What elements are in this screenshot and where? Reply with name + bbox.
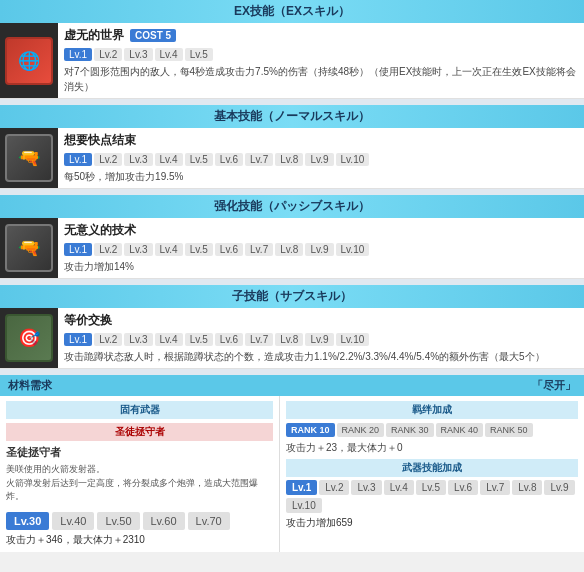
sub-skill-header: 子技能（サブスキル） [0,285,584,308]
sub-skill-name: 等价交换 [64,312,112,329]
ws-lv-2[interactable]: Lv.2 [319,480,349,495]
sub-skill-tab-lv8[interactable]: Lv.8 [275,333,303,346]
sub-skill-tab-lv10[interactable]: Lv.10 [336,333,370,346]
ex-skill-tab-lv1[interactable]: Lv.1 [64,48,92,61]
passive-skill-tab-lv5[interactable]: Lv.5 [185,243,213,256]
weapon-desc-2: 火箭弹发射后达到一定高度，将分裂成多个炮弹，造成大范围爆炸。 [6,477,273,504]
ex-skill-description: 对7个圆形范围内的敌人，每4秒造成攻击力7.5%的伤害（持续48秒）（使用EX技… [64,64,578,94]
sub-skill-tab-lv1[interactable]: Lv.1 [64,333,92,346]
passive-skill-tab-lv6[interactable]: Lv.6 [215,243,243,256]
ws-lv-4[interactable]: Lv.4 [384,480,414,495]
passive-skill-tab-lv3[interactable]: Lv.3 [124,243,152,256]
ex-skill-image: 🌐 [5,37,53,85]
sub-skill-tab-lv5[interactable]: Lv.5 [185,333,213,346]
ws-lv-9[interactable]: Lv.9 [544,480,574,495]
sub-skill-tab-lv2[interactable]: Lv.2 [94,333,122,346]
weapon-header: 固有武器 [6,401,273,419]
weapon-lv-60[interactable]: Lv.60 [143,512,185,530]
passive-skill-tab-lv10[interactable]: Lv.10 [336,243,370,256]
weapon-lv-stats: 攻击力＋346，最大体力＋2310 [6,533,273,547]
sub-skill-level-tabs[interactable]: Lv.1 Lv.2 Lv.3 Lv.4 Lv.5 Lv.6 Lv.7 Lv.8 … [64,333,578,346]
passive-skill-content: 无意义的技术 Lv.1 Lv.2 Lv.3 Lv.4 Lv.5 Lv.6 Lv.… [58,218,584,278]
weapon-lv-tabs[interactable]: Lv.30 Lv.40 Lv.50 Lv.60 Lv.70 [6,512,273,530]
passive-skill-image: 🔫 [5,224,53,272]
ex-skill-tab-lv5[interactable]: Lv.5 [185,48,213,61]
passive-skill-name: 无意义的技术 [64,222,136,239]
sub-skill-tab-lv3[interactable]: Lv.3 [124,333,152,346]
weapon-skill-section: 武器技能加成 Lv.1 Lv.2 Lv.3 Lv.4 Lv.5 Lv.6 Lv.… [286,459,578,530]
sub-skill-content: 等价交换 Lv.1 Lv.2 Lv.3 Lv.4 Lv.5 Lv.6 Lv.7 … [58,308,584,368]
normal-skill-tab-lv9[interactable]: Lv.9 [305,153,333,166]
ex-skill-tab-lv4[interactable]: Lv.4 [155,48,183,61]
rank-tab-10[interactable]: RANK 10 [286,423,335,437]
passive-skill-section: 强化技能（パッシブスキル） 🔫 无意义的技术 Lv.1 Lv.2 Lv.3 Lv… [0,195,584,279]
weapon-skill-lv-tabs[interactable]: Lv.1 Lv.2 Lv.3 Lv.4 Lv.5 Lv.6 Lv.7 Lv.8 … [286,480,578,495]
passive-skill-level-tabs[interactable]: Lv.1 Lv.2 Lv.3 Lv.4 Lv.5 Lv.6 Lv.7 Lv.8 … [64,243,578,256]
ws-lv-1[interactable]: Lv.1 [286,480,317,495]
ex-skill-icon: 🌐 [0,23,58,98]
sub-skill-tab-lv6[interactable]: Lv.6 [215,333,243,346]
sub-skill-description: 攻击跪蹲状态敌人时，根据跪蹲状态的个数，造成攻击力1.1%/2.2%/3.3%/… [64,349,578,364]
ex-skill-level-tabs[interactable]: Lv.1 Lv.2 Lv.3 Lv.4 Lv.5 [64,48,578,61]
normal-skill-tab-lv3[interactable]: Lv.3 [124,153,152,166]
rank-tabs[interactable]: RANK 10 RANK 20 RANK 30 RANK 40 RANK 50 [286,423,578,437]
ws-lv-6[interactable]: Lv.6 [448,480,478,495]
normal-skill-tab-lv8[interactable]: Lv.8 [275,153,303,166]
weapon-lv-40[interactable]: Lv.40 [52,512,94,530]
normal-skill-tab-lv6[interactable]: Lv.6 [215,153,243,166]
rank-bonus-text: 攻击力＋23，最大体力＋0 [286,441,578,455]
normal-skill-tab-lv7[interactable]: Lv.7 [245,153,273,166]
ex-skill-content: 虚无的世界 COST 5 Lv.1 Lv.2 Lv.3 Lv.4 Lv.5 对7… [58,23,584,98]
materials-header-label: 材料需求 [8,378,52,393]
passive-skill-header: 强化技能（パッシブスキル） [0,195,584,218]
passive-skill-tab-lv2[interactable]: Lv.2 [94,243,122,256]
normal-skill-section: 基本技能（ノーマルスキル） 🔫 想要快点结束 Lv.1 Lv.2 Lv.3 Lv… [0,105,584,189]
normal-skill-header: 基本技能（ノーマルスキル） [0,105,584,128]
materials-section: 材料需求 「尽开」 固有武器 圣徒拯守者 圣徒拯守者 美咲使用的火箭发射器。 火… [0,375,584,552]
ex-skill-section: EX技能（EXスキル） 🌐 虚无的世界 COST 5 Lv.1 Lv.2 Lv.… [0,0,584,99]
passive-skill-tab-lv7[interactable]: Lv.7 [245,243,273,256]
ex-skill-tab-lv3[interactable]: Lv.3 [124,48,152,61]
weapon-lv-50[interactable]: Lv.50 [97,512,139,530]
normal-skill-tab-lv5[interactable]: Lv.5 [185,153,213,166]
passive-skill-description: 攻击力增加14% [64,259,578,274]
normal-skill-image: 🔫 [5,134,53,182]
sub-skill-tab-lv7[interactable]: Lv.7 [245,333,273,346]
normal-skill-content: 想要快点结束 Lv.1 Lv.2 Lv.3 Lv.4 Lv.5 Lv.6 Lv.… [58,128,584,188]
ex-skill-cost: COST 5 [130,29,176,42]
normal-skill-level-tabs[interactable]: Lv.1 Lv.2 Lv.3 Lv.4 Lv.5 Lv.6 Lv.7 Lv.8 … [64,153,578,166]
ex-skill-header: EX技能（EXスキル） [0,0,584,23]
weapon-skill-header: 武器技能加成 [286,459,578,477]
weapon-lv-70[interactable]: Lv.70 [188,512,230,530]
ws-lv-8[interactable]: Lv.8 [512,480,542,495]
rank-tab-50[interactable]: RANK 50 [485,423,533,437]
sub-skill-section: 子技能（サブスキル） 🎯 等价交换 Lv.1 Lv.2 Lv.3 Lv.4 Lv… [0,285,584,369]
normal-skill-tab-lv1[interactable]: Lv.1 [64,153,92,166]
weapon-name-header: 圣徒拯守者 [6,423,273,441]
ex-skill-name: 虚无的世界 [64,27,124,44]
sub-skill-tab-lv9[interactable]: Lv.9 [305,333,333,346]
rank-tab-20[interactable]: RANK 20 [337,423,385,437]
passive-skill-tab-lv9[interactable]: Lv.9 [305,243,333,256]
normal-skill-tab-lv4[interactable]: Lv.4 [155,153,183,166]
normal-skill-tab-lv2[interactable]: Lv.2 [94,153,122,166]
normal-skill-icon: 🔫 [0,128,58,188]
sub-skill-icon: 🎯 [0,308,58,368]
bonus-header: 羁绊加成 [286,401,578,419]
ws-lv-7[interactable]: Lv.7 [480,480,510,495]
passive-skill-tab-lv8[interactable]: Lv.8 [275,243,303,256]
sub-skill-tab-lv4[interactable]: Lv.4 [155,333,183,346]
ex-skill-tab-lv2[interactable]: Lv.2 [94,48,122,61]
passive-skill-tab-lv1[interactable]: Lv.1 [64,243,92,256]
unlock-label: 「尽开」 [532,378,576,393]
weapon-lv-30[interactable]: Lv.30 [6,512,49,530]
normal-skill-name: 想要快点结束 [64,132,136,149]
weapon-full-name: 圣徒拯守者 [6,445,273,460]
ws-lv-5[interactable]: Lv.5 [416,480,446,495]
ws-lv-10[interactable]: Lv.10 [286,498,322,513]
rank-tab-40[interactable]: RANK 40 [436,423,484,437]
normal-skill-tab-lv10[interactable]: Lv.10 [336,153,370,166]
rank-tab-30[interactable]: RANK 30 [386,423,434,437]
passive-skill-tab-lv4[interactable]: Lv.4 [155,243,183,256]
ws-lv-3[interactable]: Lv.3 [351,480,381,495]
